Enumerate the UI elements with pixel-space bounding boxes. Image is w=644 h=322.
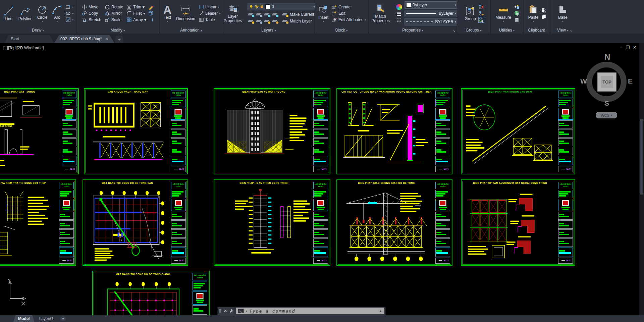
polyline-button[interactable]: Polyline xyxy=(17,5,34,22)
command-bar[interactable]: ⣿ ✕ >_ ▾ Type a command ▲ xyxy=(217,307,386,315)
mirror-button[interactable]: Mirror xyxy=(105,11,123,16)
circle-button[interactable]: Circle ▾ xyxy=(36,4,49,23)
line-button[interactable]: Line xyxy=(2,5,15,22)
layer-unisolate-icon[interactable] xyxy=(256,18,262,24)
dimension-button[interactable]: Dimension xyxy=(175,5,197,22)
offset-icon[interactable] xyxy=(148,17,154,22)
fillet-button[interactable]: Fillet▾ xyxy=(126,11,146,16)
layers-panel-label[interactable]: Layers ▾ xyxy=(223,28,314,33)
circle-dropdown-icon[interactable]: ▾ xyxy=(42,20,43,22)
viewport-controls-label[interactable]: [−][Top][2D Wireframe] xyxy=(3,46,44,50)
layer-lock-tool-icon[interactable] xyxy=(272,12,278,17)
lineweight-select[interactable]: ByLayer▾ xyxy=(405,10,458,17)
group-select-icon[interactable] xyxy=(479,17,484,22)
move-button[interactable]: Move xyxy=(82,4,101,10)
lineweight-icon[interactable] xyxy=(396,11,401,16)
viewcube-south[interactable]: S xyxy=(604,99,609,107)
viewcube-west[interactable]: W xyxy=(580,77,587,85)
layer-properties-button[interactable]: Layer Properties xyxy=(221,3,245,24)
layer-off-icon[interactable] xyxy=(248,12,254,17)
draw-panel-label[interactable]: Draw ▾ xyxy=(0,28,76,33)
id-point-icon[interactable] xyxy=(514,11,520,16)
command-close-icon[interactable]: ✕ xyxy=(224,309,227,313)
layer-freeze-tool-icon[interactable] xyxy=(264,12,270,17)
explode-icon[interactable] xyxy=(148,11,154,16)
layer-on2-icon[interactable] xyxy=(248,18,254,24)
group-edit-icon[interactable] xyxy=(479,11,484,16)
edit-attributes-button[interactable]: Edit Attributes▾ xyxy=(332,17,366,22)
command-input[interactable]: >_ ▾ Type a command ▲ xyxy=(236,308,384,314)
insert-button[interactable]: Insert▾ xyxy=(317,4,330,23)
customize-wrench-icon[interactable] xyxy=(229,309,234,313)
scrollbar-thumb[interactable] xyxy=(640,119,643,195)
ungroup-icon[interactable] xyxy=(479,4,484,10)
object-color-select[interactable]: ByLayer▾ xyxy=(405,1,458,9)
viewcube-top-face[interactable]: TOP xyxy=(597,72,616,92)
array-button[interactable]: Array▾ xyxy=(126,17,146,22)
scale-button[interactable]: Scale xyxy=(105,17,123,22)
layer-thaw-icon[interactable] xyxy=(264,18,270,24)
new-layout-button[interactable]: + xyxy=(60,316,66,321)
color-wheel-icon[interactable] xyxy=(396,4,402,10)
copy-button[interactable]: Copy xyxy=(82,11,101,16)
viewcube[interactable]: N W E S TOP WCS▾ xyxy=(582,50,632,120)
quick-select-icon[interactable] xyxy=(514,4,520,10)
annotation-panel-label[interactable]: Annotation ▾ xyxy=(160,28,223,33)
stretch-button[interactable]: Stretch xyxy=(82,17,101,22)
arc-dropdown-icon[interactable]: ▾ xyxy=(56,20,58,22)
rectangle-button[interactable]: ▾ xyxy=(65,4,73,10)
linear-button[interactable]: Linear▾ xyxy=(199,4,220,10)
layer-isolate-icon[interactable] xyxy=(256,12,262,17)
linetype-select[interactable]: BYLAYER▾ xyxy=(405,18,458,25)
recent-commands-icon[interactable]: ▾ xyxy=(246,310,247,313)
new-tab-button[interactable]: + xyxy=(115,36,124,43)
layer-freeze-icon xyxy=(255,5,259,9)
wcs-selector[interactable]: WCS▾ xyxy=(596,112,617,118)
erase-icon[interactable] xyxy=(148,4,154,10)
arc-button[interactable]: Arc ▾ xyxy=(51,4,63,23)
modify-panel-label[interactable]: Modify ▾ xyxy=(76,28,159,33)
trim-button[interactable]: Trim▾ xyxy=(126,4,146,10)
make-current-button[interactable]: Make Current xyxy=(290,12,314,17)
base-button[interactable]: Base▾ xyxy=(556,4,569,23)
group-button[interactable]: Group xyxy=(463,5,477,22)
table-button[interactable]: Table xyxy=(199,17,220,22)
ellipse-button[interactable]: ▾ xyxy=(65,11,73,16)
block-edit-button[interactable]: Edit xyxy=(332,11,366,16)
utilities-panel-label[interactable]: Utilities ▾ xyxy=(491,28,523,33)
command-history-icon[interactable]: ▲ xyxy=(379,309,382,313)
text-button[interactable]: A Text▾ xyxy=(162,4,173,23)
properties-expander-icon[interactable]: ↘ xyxy=(452,29,455,33)
tab-close-icon[interactable]: ✕ xyxy=(105,37,108,41)
vertical-scrollbar[interactable] xyxy=(639,43,644,315)
tab-document[interactable]: 002. BPTC nhà 9 tầng*✕ xyxy=(54,35,114,43)
linetype-icon[interactable] xyxy=(396,17,401,23)
copy-clip-icon[interactable] xyxy=(541,14,546,19)
measure-button[interactable]: Measure▾ xyxy=(494,4,513,23)
quick-calc-icon[interactable] xyxy=(514,17,520,22)
tab-model[interactable]: Model xyxy=(13,315,35,322)
tab-start[interactable]: Start xyxy=(5,35,54,43)
view-panel-label[interactable]: View ▾ ↘ xyxy=(550,28,644,33)
drawing-canvas[interactable]: BIỆN PHÁP XÂY TƯỜNG BIỆN PHÁP TRÁT TƯỜNG… xyxy=(0,43,644,315)
block-panel-label[interactable]: Block ▾ xyxy=(315,28,368,33)
properties-panel-label[interactable]: Properties ▾ xyxy=(369,28,457,33)
command-drag-handle[interactable]: ⣿ xyxy=(219,310,222,312)
clipboard-panel-label[interactable]: Clipboard xyxy=(524,28,550,33)
tab-layout1[interactable]: Layout1 xyxy=(35,315,58,322)
layer-select[interactable]: 0 ▾ xyxy=(248,3,317,10)
match-properties-button[interactable]: Match Properties xyxy=(368,3,394,24)
cut-icon[interactable] xyxy=(541,8,546,13)
viewport-window-buttons[interactable]: –❐✕ xyxy=(620,45,640,50)
rotate-button[interactable]: Rotate xyxy=(105,4,123,10)
command-prompt-icon[interactable]: >_ xyxy=(238,309,244,313)
layer-unlock-icon[interactable] xyxy=(272,18,278,24)
match-layer-button[interactable]: Match Layer xyxy=(290,19,312,23)
paste-button[interactable]: Paste▾ xyxy=(527,4,540,23)
hatch-button[interactable]: ▾ xyxy=(65,17,73,22)
viewcube-east[interactable]: E xyxy=(628,77,633,85)
leader-button[interactable]: Leader▾ xyxy=(199,11,220,16)
viewcube-north[interactable]: N xyxy=(604,52,610,62)
groups-panel-label[interactable]: Groups ▾ xyxy=(457,28,490,33)
block-create-button[interactable]: Create xyxy=(332,4,366,10)
